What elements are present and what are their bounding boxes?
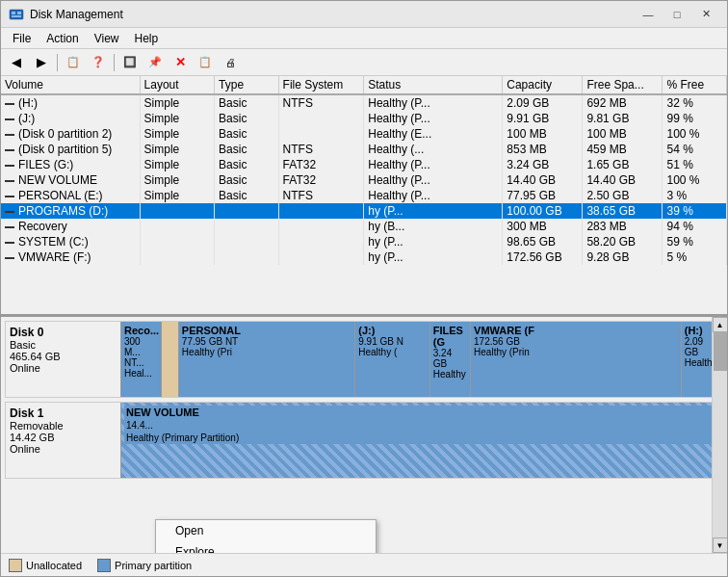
ctx-open[interactable]: Open (156, 520, 376, 541)
svg-rect-1 (12, 12, 15, 14)
disk-0-part-personal[interactable]: PERSONAL 77.95 GB NT Healthy (Pri (179, 322, 355, 397)
toolbar-btn5[interactable]: 📋 (194, 52, 217, 73)
disk-0-unallocated[interactable] (162, 322, 179, 397)
legend-unalloc-label: Unallocated (26, 560, 82, 571)
menu-action[interactable]: Action (39, 30, 86, 47)
disk-row-0: Disk 0 Basic 465.64 GB Online Reco... 30… (5, 321, 723, 398)
disk-1-status: Online (10, 443, 117, 455)
toolbar-back[interactable]: ◀ (5, 52, 28, 73)
table-cell: NTFS (278, 142, 364, 157)
table-cell: Basic (215, 111, 278, 126)
main-window: Disk Management — □ ✕ File Action View H… (0, 0, 728, 577)
table-cell: Simple (140, 188, 215, 203)
table-cell: 853 MB (503, 142, 583, 157)
table-cell (278, 111, 364, 126)
table-row[interactable]: (H:)SimpleBasicNTFSHealthy (P...2.09 GB6… (1, 94, 727, 111)
table-cell: Simple (140, 172, 215, 188)
table-row[interactable]: (Disk 0 partition 5)SimpleBasicNTFSHealt… (1, 142, 727, 157)
menu-help[interactable]: Help (127, 30, 167, 47)
table-cell (215, 234, 278, 249)
table-cell: Simple (140, 94, 215, 111)
maximize-button[interactable]: □ (663, 5, 690, 24)
table-cell: 94 % (663, 219, 727, 234)
disk-0-part-files[interactable]: FILES (G 3.24 GB Healthy (430, 322, 471, 397)
table-cell (215, 219, 278, 234)
ctx-explore[interactable]: Explore (156, 541, 376, 553)
table-cell: 300 MB (503, 219, 583, 234)
col-header-volume: Volume (1, 76, 140, 94)
table-row[interactable]: Recoveryhy (B...300 MB283 MB94 % (1, 219, 727, 234)
table-cell: 283 MB (583, 219, 663, 234)
disk-1-size: 14.42 GB (10, 432, 117, 443)
disk-0-part-vmware[interactable]: VMWARE (F 172.56 GB Healthy (Prin (471, 322, 682, 397)
table-cell: 2.50 GB (583, 188, 663, 203)
table-cell: SYSTEM (C:) (1, 234, 140, 249)
table-cell: 100.00 GB (503, 203, 583, 219)
table-cell: PERSONAL (E:) (1, 188, 140, 203)
menu-bar: File Action View Help (1, 28, 727, 49)
scroll-down-btn[interactable]: ▼ (713, 538, 728, 553)
table-cell: hy (B... (364, 219, 503, 234)
table-cell: Simple (140, 126, 215, 142)
table-cell (278, 219, 364, 234)
scroll-up-btn[interactable]: ▲ (713, 317, 728, 332)
toolbar-forward[interactable]: ▶ (30, 52, 53, 73)
disk-1-part-newvolume[interactable]: NEW VOLUME 14.4... Healthy (Primary Part… (121, 403, 722, 478)
table-cell: 98.65 GB (503, 234, 583, 249)
vertical-scrollbar[interactable]: ▲ ▼ (712, 317, 727, 553)
table-cell (278, 249, 364, 265)
minimize-button[interactable]: — (635, 5, 662, 24)
toolbar-delete[interactable]: ✕ (169, 52, 192, 73)
table-cell (140, 249, 215, 265)
disk-view-wrapper: Disk 0 Basic 465.64 GB Online Reco... 30… (1, 317, 727, 553)
disk-view[interactable]: Disk 0 Basic 465.64 GB Online Reco... 30… (1, 317, 727, 553)
table-cell: 1.65 GB (583, 157, 663, 172)
table-cell: Simple (140, 157, 215, 172)
table-row[interactable]: SYSTEM (C:)hy (P...98.65 GB58.20 GB59 % (1, 234, 727, 249)
menu-view[interactable]: View (87, 30, 127, 47)
col-header-status: Status (364, 76, 503, 94)
table-cell: 39 % (663, 203, 727, 219)
table-row[interactable]: PERSONAL (E:)SimpleBasicNTFSHealthy (P..… (1, 188, 727, 203)
table-cell: (H:) (1, 94, 140, 111)
table-cell: FAT32 (278, 157, 364, 172)
disk-0-part-recovery[interactable]: Reco... 300 M... NT... Heal... (121, 322, 162, 397)
toolbar-print[interactable]: 🖨 (219, 52, 242, 73)
table-cell: Healthy (P... (364, 188, 503, 203)
table-cell: 9.81 GB (583, 111, 663, 126)
disk-0-type: Basic (10, 339, 117, 351)
disk-0-part-j[interactable]: (J:) 9.91 GB N Healthy ( (355, 322, 430, 397)
table-cell: 58.20 GB (583, 234, 663, 249)
table-cell: 38.65 GB (583, 203, 663, 219)
toolbar-properties[interactable]: 📋 (62, 52, 85, 73)
table-cell: Healthy (E... (364, 126, 503, 142)
title-bar: Disk Management — □ ✕ (1, 1, 727, 28)
disk-table-container[interactable]: Volume Layout Type File System Status Ca… (1, 76, 727, 317)
table-cell: 692 MB (583, 94, 663, 111)
table-row[interactable]: (J:)SimpleBasicHealthy (P...9.91 GB9.81 … (1, 111, 727, 126)
menu-file[interactable]: File (5, 30, 39, 47)
table-cell: 3.24 GB (503, 157, 583, 172)
table-cell: 14.40 GB (503, 172, 583, 188)
legend-bar: Unallocated Primary partition (1, 553, 727, 576)
table-row[interactable]: (Disk 0 partition 2)SimpleBasicHealthy (… (1, 126, 727, 142)
table-row[interactable]: FILES (G:)SimpleBasicFAT32Healthy (P...3… (1, 157, 727, 172)
svg-rect-3 (12, 15, 21, 17)
table-cell: hy (P... (364, 234, 503, 249)
table-row[interactable]: PROGRAMS (D:)hy (P...100.00 GB38.65 GB39… (1, 203, 727, 219)
toolbar-help[interactable]: ❓ (87, 52, 110, 73)
scroll-thumb[interactable] (714, 332, 727, 371)
table-cell: Healthy (P... (364, 157, 503, 172)
table-row[interactable]: NEW VOLUMESimpleBasicFAT32Healthy (P...1… (1, 172, 727, 188)
toolbar-btn4[interactable]: 📌 (143, 52, 167, 73)
col-header-fs: File System (278, 76, 364, 94)
table-cell: NTFS (278, 188, 364, 203)
disk-0-name: Disk 0 (10, 326, 117, 339)
table-row[interactable]: VMWARE (F:)hy (P...172.56 GB9.28 GB5 % (1, 249, 727, 265)
table-cell: Basic (215, 126, 278, 142)
table-cell: FAT32 (278, 172, 364, 188)
toolbar-btn3[interactable]: 🔲 (118, 52, 142, 73)
col-header-capacity: Capacity (503, 76, 583, 94)
table-cell: 9.28 GB (583, 249, 663, 265)
close-button[interactable]: ✕ (692, 5, 719, 24)
